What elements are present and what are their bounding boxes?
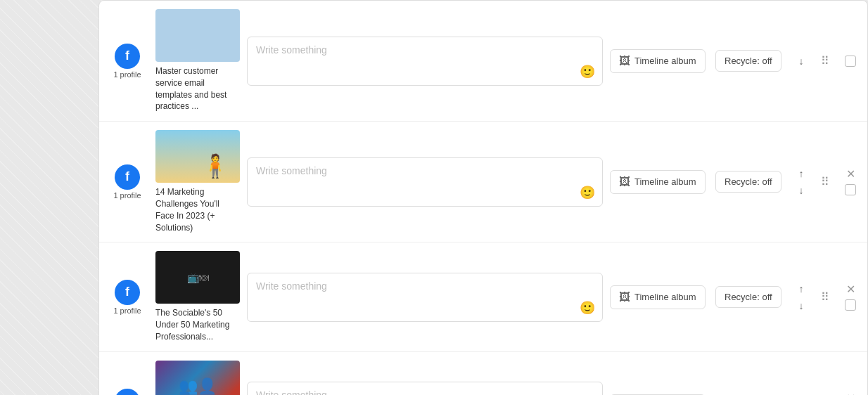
- post-row: f 1 profile 🧍 14 Marketing Challenges Yo…: [99, 122, 867, 242]
- thumb-overlay: 👥👤: [155, 361, 240, 395]
- write-input[interactable]: Write something 🙂: [247, 273, 603, 322]
- album-icon: 🖼: [619, 55, 630, 67]
- drag-handle[interactable]: ⠿: [817, 290, 834, 304]
- recycle-label: Recycle: off: [725, 56, 772, 66]
- recycle-label: Recycle: off: [725, 176, 772, 187]
- profile-col: f 1 profile: [106, 44, 148, 79]
- album-label: Timeline album: [634, 176, 696, 187]
- write-input[interactable]: Write something 🙂: [247, 382, 603, 395]
- profile-label: 1 profile: [113, 70, 141, 79]
- article-title: 14 Marketing Challenges You'll Face In 2…: [155, 186, 240, 233]
- recycle-label: Recycle: off: [725, 292, 772, 302]
- recycle-col: Recycle: off: [715, 50, 786, 72]
- write-placeholder: Write something: [256, 44, 327, 56]
- emoji-icon[interactable]: 🙂: [580, 300, 595, 316]
- write-placeholder: Write something: [256, 165, 327, 176]
- arrows-col: ↑ ↓: [793, 391, 810, 395]
- drag-handle[interactable]: ⠿: [817, 175, 834, 188]
- move-up-button[interactable]: ↑: [798, 391, 805, 395]
- album-col: 🖼 Timeline album: [610, 170, 708, 194]
- profile-col: f 1 profile: [106, 280, 148, 315]
- thumb-content: 👥👤: [179, 377, 217, 395]
- facebook-icon: f: [115, 389, 140, 395]
- album-label: Timeline album: [634, 56, 696, 66]
- thumbnail-col: 📺🍽 The Sociable's 50 Under 50 Marketing …: [155, 251, 240, 342]
- thumb-content: 📺🍽: [184, 269, 212, 286]
- write-input[interactable]: Write something 🙂: [247, 157, 603, 207]
- write-col[interactable]: Write something 🙂: [247, 273, 603, 322]
- drag-dots-icon: ⠿: [821, 54, 829, 67]
- album-col: 🖼 Timeline album: [610, 49, 708, 73]
- arrows-col: ↓: [793, 54, 810, 68]
- thumbnail-col: 🧍 14 Marketing Challenges You'll Face In…: [155, 130, 240, 233]
- action-col: ✕: [841, 284, 860, 311]
- album-label: Timeline album: [634, 292, 696, 302]
- profile-col: f 1 profile: [106, 164, 148, 200]
- album-icon: 🖼: [619, 291, 630, 304]
- select-checkbox[interactable]: [845, 299, 856, 311]
- drag-dots-icon: ⠿: [821, 290, 829, 304]
- timeline-album-button[interactable]: 🖼 Timeline album: [610, 49, 706, 73]
- action-col: [841, 56, 860, 67]
- select-checkbox[interactable]: [845, 56, 856, 67]
- move-down-button[interactable]: ↓: [798, 183, 805, 198]
- move-down-button[interactable]: ↓: [798, 299, 805, 313]
- timeline-album-button[interactable]: 🖼 Timeline album: [610, 170, 706, 194]
- recycle-col: Recycle: off: [715, 171, 786, 193]
- post-row: f 1 profile 👥👤 Top 5 Best Digital Market…: [99, 352, 867, 395]
- thumbnail: 📺🍽: [155, 251, 240, 304]
- post-row: f 1 profile Master customer service emai…: [99, 1, 867, 122]
- facebook-icon: f: [115, 164, 140, 190]
- profile-label: 1 profile: [113, 191, 141, 200]
- emoji-icon[interactable]: 🙂: [580, 185, 595, 200]
- posts-card: f 1 profile Master customer service emai…: [98, 0, 868, 395]
- article-title: The Sociable's 50 Under 50 Marketing Pro…: [155, 307, 240, 342]
- article-title: Master customer service email templates …: [155, 65, 240, 112]
- recycle-button[interactable]: Recycle: off: [715, 286, 781, 308]
- write-placeholder: Write something: [256, 389, 327, 395]
- facebook-icon: f: [115, 280, 140, 305]
- thumbnail: 👥👤: [155, 361, 240, 395]
- album-icon: 🖼: [619, 176, 630, 188]
- drag-dots-icon: ⠿: [821, 175, 829, 188]
- write-col[interactable]: Write something 🙂: [247, 157, 603, 207]
- write-col[interactable]: Write something 🙂: [247, 37, 603, 86]
- write-col[interactable]: Write something 🙂: [247, 382, 603, 395]
- drag-handle[interactable]: ⠿: [817, 54, 834, 67]
- delete-button[interactable]: ✕: [846, 284, 855, 295]
- thumbnail: 🧍: [155, 130, 240, 183]
- write-placeholder: Write something: [256, 280, 327, 292]
- person-silhouette: 🧍: [201, 153, 229, 179]
- recycle-button[interactable]: Recycle: off: [715, 171, 781, 193]
- action-col: ✕: [841, 169, 860, 195]
- thumb-overlay: 🧍: [155, 130, 240, 183]
- facebook-icon: f: [115, 44, 140, 69]
- profile-label: 1 profile: [113, 306, 141, 315]
- move-up-button[interactable]: ↑: [798, 167, 805, 181]
- thumbnail-col: Master customer service email templates …: [155, 9, 240, 112]
- move-down-button[interactable]: ↓: [798, 54, 805, 68]
- thumbnail: [155, 9, 240, 62]
- post-row: f 1 profile 📺🍽 The Sociable's 50 Under 5…: [99, 242, 867, 351]
- thumb-overlay: 📺🍽: [155, 251, 240, 304]
- select-checkbox[interactable]: [845, 184, 856, 195]
- write-input[interactable]: Write something 🙂: [247, 37, 603, 86]
- arrows-col: ↑ ↓: [793, 282, 810, 313]
- delete-button[interactable]: ✕: [846, 169, 855, 180]
- profile-col: f 1 profile: [106, 389, 148, 395]
- thumbnail-col: 👥👤 Top 5 Best Digital Marketing Agencies…: [155, 361, 240, 395]
- timeline-album-button[interactable]: 🖼 Timeline album: [610, 285, 706, 309]
- move-up-button[interactable]: ↑: [798, 282, 805, 296]
- recycle-col: Recycle: off: [715, 286, 786, 308]
- recycle-button[interactable]: Recycle: off: [715, 50, 781, 72]
- album-col: 🖼 Timeline album: [610, 285, 708, 309]
- arrows-col: ↑ ↓: [793, 167, 810, 198]
- emoji-icon[interactable]: 🙂: [580, 64, 595, 79]
